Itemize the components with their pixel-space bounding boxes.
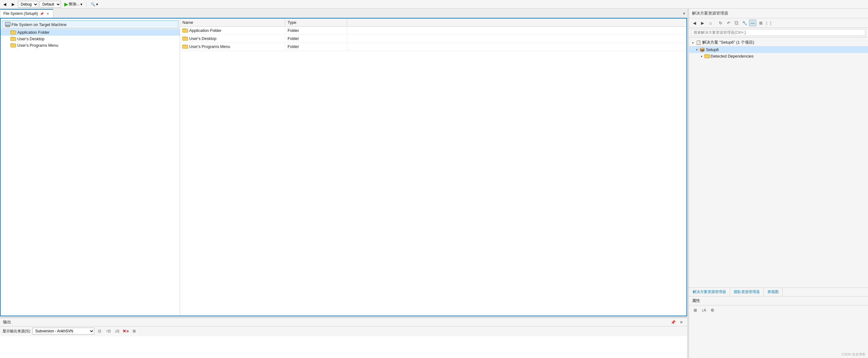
- props-sort-btn[interactable]: ↕A: [700, 307, 708, 314]
- output-pin-btn[interactable]: 📌: [671, 319, 676, 325]
- deps-node[interactable]: ▸ Detected Dependencies: [689, 53, 868, 59]
- computer-icon: [5, 22, 10, 27]
- detail-row-2[interactable]: User's Programs Menu Folder: [180, 43, 686, 51]
- col-type-header[interactable]: Type: [285, 19, 347, 26]
- detail-cell-extra-1: [347, 37, 686, 40]
- tab-close-btn[interactable]: ✕: [45, 11, 50, 16]
- sidebar-tab-team[interactable]: 团队资源管理器: [730, 288, 764, 296]
- tree-item-application-folder[interactable]: Application Folder: [1, 29, 180, 36]
- output-header: 输出 📌 ✕: [0, 318, 687, 326]
- tab-dropdown-btn[interactable]: ▾: [681, 9, 687, 18]
- output-tool-3[interactable]: ↓⊡: [114, 328, 120, 334]
- tree-item-users-desktop[interactable]: User's Desktop: [1, 36, 180, 42]
- detail-cell-name-0: Application Folder: [180, 27, 285, 34]
- sidebar-grid-btn[interactable]: ⊞: [757, 20, 765, 26]
- sidebar-copy-btn[interactable]: ⿻: [733, 20, 740, 26]
- solution-label: 解决方案 "Setup6" (1 个项目): [702, 39, 754, 45]
- add-dropdown-icon: ▾: [81, 2, 82, 6]
- detail-cell-type-2: Folder: [285, 43, 347, 51]
- detail-folder-icon-1: [182, 36, 187, 40]
- sidebar-tree: ▸ 📋 解决方案 "Setup6" (1 个项目) ▾ 📦 Setup6 ▸ D…: [689, 37, 868, 288]
- project-label: Setup6: [706, 47, 719, 52]
- find-dropdown-icon: ▾: [96, 2, 98, 6]
- fs-detail: Name Type Application Folder Folder Use: [180, 19, 686, 316]
- output-tool-1[interactable]: ⊡: [96, 328, 103, 334]
- properties-toolbar: ⊞ ↕A ⚙: [689, 305, 868, 315]
- detail-folder-icon-0: [182, 28, 187, 32]
- properties-header: 属性: [689, 296, 868, 305]
- detail-name-text-1: User's Desktop: [189, 36, 216, 41]
- detail-cell-name-1: User's Desktop: [180, 35, 285, 42]
- sidebar-dots-btn[interactable]: ⋮⋮: [765, 20, 772, 26]
- tree-item-programs-menu[interactable]: User's Programs Menu: [1, 42, 180, 49]
- detail-cell-type-0: Folder: [285, 27, 347, 34]
- col-name-header[interactable]: Name: [180, 19, 285, 26]
- props-settings-btn[interactable]: ⚙: [709, 307, 716, 314]
- solution-expand-icon: ▸: [691, 41, 694, 44]
- sidebar-tabs-bottom: 解决方案资源管理器 团队资源管理器 类视图: [689, 288, 868, 296]
- output-close-btn[interactable]: ✕: [678, 319, 684, 325]
- sidebar-tab-class[interactable]: 类视图: [764, 288, 783, 296]
- output-source-select[interactable]: Subversion - AnkhSVN: [32, 328, 94, 334]
- fs-root-label: File System on Target Machine: [11, 22, 66, 27]
- tree-label-2: User's Desktop: [17, 36, 44, 41]
- find-icon: 🔍: [91, 2, 95, 6]
- col-extra-header: [347, 19, 686, 26]
- debug-dropdown[interactable]: Debug: [18, 1, 38, 8]
- properties-panel: 属性 ⊞ ↕A ⚙: [689, 296, 868, 358]
- sidebar-home-btn[interactable]: ⌂: [707, 20, 714, 26]
- forward-btn[interactable]: ▶: [9, 1, 17, 8]
- output-tool-4[interactable]: ✕≡: [122, 328, 129, 334]
- folder-icon-3: [10, 43, 16, 47]
- deps-label: Detected Dependencies: [711, 54, 753, 58]
- tree-label-3: User's Programs Menu: [17, 43, 58, 48]
- project-node[interactable]: ▾ 📦 Setup6: [689, 46, 868, 53]
- sidebar-minus-btn[interactable]: —: [749, 20, 756, 26]
- solution-icon: 📋: [696, 40, 701, 45]
- output-tool-5[interactable]: ⊞: [131, 328, 137, 334]
- detail-row-1[interactable]: User's Desktop Folder: [180, 35, 686, 43]
- top-toolbar: ◀ ▶ Debug Default ▶ 附加... ▾ 🔍 ▾: [0, 0, 868, 9]
- folder-icon-1: [10, 30, 16, 34]
- folder-icon-2: [10, 37, 16, 41]
- sidebar-refresh-btn[interactable]: ↻: [717, 20, 724, 26]
- detail-cell-extra-0: [347, 29, 686, 32]
- default-dropdown[interactable]: Default: [39, 1, 61, 8]
- solution-node[interactable]: ▸ 📋 解决方案 "Setup6" (1 个项目): [689, 39, 868, 46]
- tab-bar: File System (Setup6) 📌 ✕ ▾: [0, 9, 687, 18]
- sidebar-search-input[interactable]: [691, 29, 866, 36]
- tab-pin-icon[interactable]: 📌: [40, 12, 43, 16]
- separator-1: [86, 2, 87, 7]
- properties-title: 属性: [692, 298, 700, 303]
- detail-name-text-2: User's Programs Menu: [189, 44, 230, 49]
- fs-root-node[interactable]: File System on Target Machine: [2, 21, 179, 28]
- detail-cell-name-2: User's Programs Menu: [180, 43, 285, 51]
- deps-folder-icon: [705, 54, 709, 58]
- find-btn[interactable]: 🔍 ▾: [88, 1, 100, 8]
- sidebar-tab-solution[interactable]: 解决方案资源管理器: [689, 288, 730, 296]
- project-expand-icon: ▾: [695, 48, 698, 51]
- sidebar-search: [689, 28, 868, 37]
- detail-cell-type-1: Folder: [285, 35, 347, 42]
- sidebar-wrench-btn[interactable]: 🔧: [741, 20, 748, 26]
- fs-tab[interactable]: File System (Setup6) 📌 ✕: [0, 9, 53, 18]
- detail-cell-extra-2: [347, 45, 686, 48]
- sidebar-forward-btn[interactable]: ▶: [699, 20, 706, 26]
- sidebar-undo-btn[interactable]: ↶: [725, 20, 732, 26]
- project-icon: 📦: [700, 47, 705, 52]
- right-sidebar: 解决方案资源管理器 ◀ ▶ ⌂ ↻ ↶ ⿻ 🔧 — ⊞ ⋮⋮ ▸ 📋 解决方案 …: [689, 9, 868, 358]
- deps-expand-icon: ▸: [700, 55, 703, 58]
- output-source-label: 显示输出来源(S):: [2, 329, 31, 334]
- play-icon: ▶: [64, 1, 68, 7]
- back-btn[interactable]: ◀: [1, 1, 8, 8]
- play-btn[interactable]: ▶ 附加... ▾: [62, 1, 85, 8]
- detail-row-0[interactable]: Application Folder Folder: [180, 27, 686, 35]
- sidebar-toolbar: ◀ ▶ ⌂ ↻ ↶ ⿻ 🔧 — ⊞ ⋮⋮: [689, 18, 868, 28]
- fs-content: File System on Target Machine Applicatio…: [0, 18, 687, 316]
- output-tool-2[interactable]: ↑⊡: [105, 328, 112, 334]
- tree-label-1: Application Folder: [17, 30, 50, 35]
- sidebar-back-btn[interactable]: ◀: [691, 20, 698, 26]
- fs-tree: File System on Target Machine Applicatio…: [1, 19, 180, 316]
- props-grid-btn[interactable]: ⊞: [691, 307, 699, 314]
- detail-header: Name Type: [180, 19, 686, 27]
